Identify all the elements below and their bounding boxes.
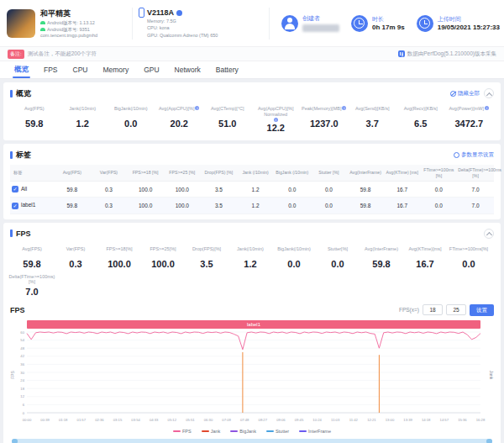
app-icon <box>7 9 35 38</box>
collector-version: 数据由PerfDog(5.1.210000)版本采集 <box>407 50 496 58</box>
stat-Avg(AppCPU)[%] Normalized: Avg(AppCPU)[%] Normalizedi12.2 <box>252 103 301 135</box>
svg-text:06:30: 06:30 <box>204 418 213 422</box>
info-icon[interactable]: i <box>485 106 489 110</box>
stat-Delta(FTime>=100ms)[%]: Delta(FTime>=100ms)[%]7.0 <box>10 272 54 299</box>
collapse-fps-button[interactable] <box>484 229 494 239</box>
stat-Avg(Recv)[KB/s]: Avg(Recv)[KB/s]6.5 <box>396 103 445 135</box>
svg-text:0: 0 <box>23 410 25 414</box>
apply-settings-button[interactable]: 设置 <box>470 304 494 316</box>
tab-GPU[interactable]: GPU <box>136 61 166 78</box>
column-header: FPS>=25 [%] <box>164 165 201 182</box>
table-cell: 3.5 <box>201 198 238 214</box>
table-cell: 1.2 <box>237 198 274 214</box>
column-header: Var(FPS) <box>91 165 128 182</box>
svg-text:6: 6 <box>23 403 25 407</box>
label1-banner: label1 <box>27 320 480 329</box>
table-body: ✓All59.80.3100.0100.03.51.20.00.059.816.… <box>10 182 494 214</box>
table-cell: 100.0 <box>164 198 201 214</box>
device-memory: Memory: 7.5G <box>147 18 263 24</box>
overview-stats: Avg(FPS)59.8Jank(/10min)1.2BigJank(/10mi… <box>10 103 494 135</box>
legend-Jank[interactable]: Jank <box>202 429 221 434</box>
chart-legend: FPSJankBigJankStutterInterFrame <box>10 426 494 436</box>
row-label: label1 <box>21 202 35 208</box>
section-accent <box>10 90 13 98</box>
column-header: Avg(FPS) <box>54 165 91 182</box>
table-row-All: ✓All59.80.3100.0100.03.51.20.00.059.816.… <box>10 182 494 198</box>
stat-FPS>=18[%]: FPS>=18[%]100.0 <box>97 244 141 272</box>
svg-text:42: 42 <box>20 354 24 358</box>
svg-text:07:48: 07:48 <box>240 418 249 422</box>
overview-title: 概览 <box>16 88 31 99</box>
legend-mark <box>202 430 209 432</box>
legend-Stutter[interactable]: Stutter <box>266 429 289 434</box>
svg-text:10:24: 10:24 <box>312 418 322 422</box>
stat-Avg(InterFrame): Avg(InterFrame)59.8 <box>360 244 403 272</box>
table-cell: 59.8 <box>347 198 384 214</box>
info-icon[interactable]: i <box>195 106 199 110</box>
labels-table: 标签Avg(FPS)Var(FPS)FPS>=18 [%]FPS>=25 [%]… <box>10 165 494 214</box>
column-header: BigJank (/10min) <box>274 165 311 182</box>
tab-CPU[interactable]: CPU <box>66 61 96 78</box>
legend-InterFrame[interactable]: InterFrame <box>299 429 331 434</box>
svg-text:09:06: 09:06 <box>276 418 286 422</box>
column-header: Drop(FPS) [%] <box>201 165 238 182</box>
tab-Battery[interactable]: Battery <box>208 61 246 78</box>
note-text: 测试备注，不能超200个字符 <box>28 50 97 58</box>
fps-title: FPS <box>16 229 31 238</box>
svg-text:05:12: 05:12 <box>168 418 177 422</box>
row-checkbox[interactable]: ✓ <box>12 203 18 209</box>
table-cell: 100.0 <box>127 182 164 198</box>
svg-text:54: 54 <box>20 338 24 342</box>
duration-value: 0h 17m 9s <box>372 24 405 31</box>
svg-text:60: 60 <box>20 330 24 334</box>
stat-Avg(Send)[KB/s]: Avg(Send)[KB/s]3.7 <box>349 103 397 135</box>
stat-Peak(Memory)[MB]: Peak(Memory)[MB]i1237.0 <box>300 103 349 135</box>
table-cell: 0.0 <box>421 198 458 214</box>
duration-label: 时长 <box>372 15 405 24</box>
legend-FPS[interactable]: FPS <box>173 429 192 434</box>
scrollbar-right-handle[interactable] <box>486 439 492 443</box>
upload-value: 19/05/2021 15:27:33 <box>438 24 500 31</box>
creator-block: 创建者 <box>281 14 339 32</box>
info-icon[interactable]: i <box>274 118 278 122</box>
param-display-settings-link[interactable]: 参数显示设置 <box>454 151 494 159</box>
row-checkbox[interactable]: ✓ <box>12 186 18 192</box>
fps-stats: Avg(FPS)59.8Var(FPS)0.3FPS>=18[%]100.0FP… <box>10 244 494 299</box>
svg-text:01:18: 01:18 <box>59 418 68 422</box>
legend-BigJank[interactable]: BigJank <box>230 429 256 434</box>
table-cell: 1.2 <box>237 182 274 198</box>
app-info: 和平精英 Android版本号: 1.13.12 Android版本号: 935… <box>7 8 126 39</box>
svg-text:14:57: 14:57 <box>440 418 449 422</box>
column-header: FPS>=18 [%] <box>127 165 164 182</box>
chart-range-scrollbar[interactable] <box>12 439 492 443</box>
table-cell: 16.7 <box>384 198 421 214</box>
fps-threshold-input-1[interactable] <box>423 304 443 315</box>
collapse-overview-button[interactable] <box>484 88 494 98</box>
report-header: 和平精英 Android版本号: 1.13.12 Android版本号: 935… <box>0 0 504 47</box>
tab-FPS[interactable]: FPS <box>36 61 66 78</box>
legend-mark <box>299 430 307 432</box>
clock-icon <box>351 15 368 32</box>
fps-chart-block: FPS FPS(x=) 设置 label1 061218243036424854… <box>10 304 494 443</box>
svg-text:15:36: 15:36 <box>458 418 467 422</box>
svg-text:14:18: 14:18 <box>422 418 431 422</box>
android-icon <box>40 28 45 32</box>
fps-threshold-input-2[interactable] <box>446 304 466 315</box>
tab-概览[interactable]: 概览 <box>7 61 36 78</box>
svg-text:08:27: 08:27 <box>259 418 268 422</box>
column-header: Jank (/10min) <box>237 165 274 182</box>
stat-Avg(CTemp)[°C]: Avg(CTemp)[°C]51.0 <box>203 103 252 135</box>
tab-Network[interactable]: Network <box>167 61 208 78</box>
svg-text:02:36: 02:36 <box>95 418 104 422</box>
stat-Var(FPS): Var(FPS)0.3 <box>54 244 97 272</box>
info-icon[interactable]: i <box>342 106 346 110</box>
scrollbar-left-handle[interactable] <box>12 439 18 443</box>
tab-Memory[interactable]: Memory <box>95 61 136 78</box>
divider <box>132 8 133 40</box>
gear-icon <box>454 152 459 158</box>
hide-all-link[interactable]: 隐藏全部 <box>450 90 480 98</box>
fps-x-label: FPS(x=) <box>399 307 419 313</box>
upload-time-icon <box>417 15 433 32</box>
svg-text:04:33: 04:33 <box>150 418 159 422</box>
table-cell: 7.0 <box>457 198 494 214</box>
